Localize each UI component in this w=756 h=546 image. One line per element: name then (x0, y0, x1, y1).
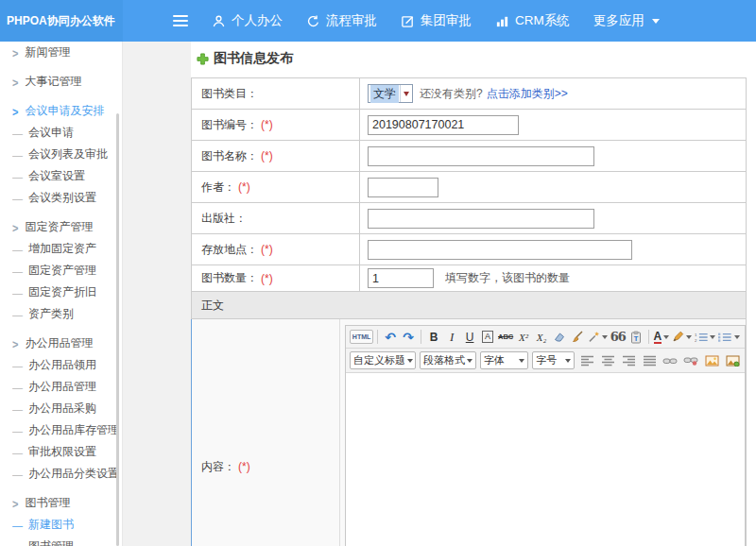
italic-button[interactable]: I (443, 328, 460, 346)
align-justify-button[interactable] (641, 351, 658, 369)
sidebar-item-add-asset[interactable]: —增加固定资产 (12, 238, 122, 260)
align-left-button[interactable] (578, 351, 595, 369)
blockquote-button[interactable]: 66 (610, 328, 627, 346)
sidebar-item-meeting-category[interactable]: —会议类别设置 (12, 187, 122, 209)
chevron-right-icon: > (12, 336, 18, 350)
sidebar-scrollbar-thumb[interactable] (116, 113, 119, 546)
auto-typeset-button[interactable] (587, 328, 609, 346)
align-right-icon (622, 355, 636, 367)
sidebar-item-meeting-room[interactable]: —会议室设置 (12, 165, 122, 187)
strikethrough-button[interactable]: ABC (497, 328, 514, 346)
workflow-icon (306, 14, 320, 28)
menu-toggle-icon[interactable] (173, 15, 188, 26)
bold-button[interactable]: B (425, 328, 442, 346)
chevron-right-icon: > (12, 104, 18, 117)
sidebar-item-meeting-list[interactable]: —会议列表及审批 (12, 144, 122, 165)
html-source-button[interactable]: HTML (350, 330, 373, 344)
book-name-input[interactable] (368, 146, 594, 166)
form-row-quantity: 图书数量：(*) 填写数字，该图书的数量 (191, 265, 746, 292)
nav-item-more-apps[interactable]: 更多应用 (593, 12, 660, 29)
eraser-icon (553, 331, 566, 343)
nav-item-workflow-approval[interactable]: 流程审批 (306, 12, 377, 29)
subscript-button[interactable]: X₂ (533, 328, 550, 346)
nav-item-personal-office[interactable]: 个人办公 (212, 12, 283, 29)
ordered-list-button[interactable]: 12 (694, 328, 717, 346)
paste-as-text-button[interactable]: T (627, 328, 644, 346)
highlight-pen-button[interactable] (671, 328, 693, 346)
field-label: 出版社： (201, 211, 247, 227)
field-label: 图书名称： (201, 148, 258, 164)
align-right-button[interactable] (620, 351, 637, 369)
page-title-bar: 图书信息发布 (197, 50, 293, 67)
sidebar: >新闻管理 >大事记管理 >会议申请及安排 —会议申请 —会议列表及审批 —会议… (0, 42, 123, 546)
sidebar-item-asset-depreciation[interactable]: —固定资产折旧 (12, 282, 122, 303)
eraser-button[interactable] (551, 328, 568, 346)
sidebar-item-supplies-claim[interactable]: —办公用品领用 (12, 354, 122, 376)
required-mark: (*) (261, 243, 273, 256)
align-justify-icon (643, 355, 657, 367)
top-navbar: PHPOA协同办公软件 个人办公 流程审批 集团审批 CRM系统 更多应用 (0, 0, 756, 42)
redo-button[interactable]: ↷ (400, 328, 417, 346)
sidebar-item-asset-manage[interactable]: —固定资产管理 (12, 260, 122, 282)
sidebar-item-asset-category[interactable]: —资产类别 (12, 303, 122, 325)
font-color-button[interactable]: A (653, 328, 670, 346)
form-row-location: 存放地点：(*) (191, 234, 746, 265)
sidebar-item-meeting-apply[interactable]: —会议申请 (12, 122, 122, 144)
author-input[interactable] (368, 178, 438, 197)
category-selected-value: 文学 (370, 85, 399, 103)
sidebar-item-supplies-manage[interactable]: —办公用品管理 (12, 376, 122, 398)
select-arrow-icon (400, 85, 412, 102)
brush-icon (572, 331, 584, 343)
custom-heading-dropdown[interactable]: 自定义标题 (350, 351, 416, 369)
category-select[interactable]: 文学 (368, 84, 413, 103)
nav-item-crm-system[interactable]: CRM系统 (495, 12, 570, 29)
ordered-list-icon: 12 (695, 332, 709, 343)
insert-media-button[interactable] (724, 351, 741, 369)
sidebar-item-supplies-purchase[interactable]: —办公用品采购 (12, 398, 122, 419)
nav-item-label: 个人办公 (232, 12, 283, 29)
sidebar-group-memorabilia[interactable]: >大事记管理 (12, 71, 122, 93)
required-mark: (*) (261, 272, 273, 285)
add-category-link[interactable]: 点击添加类别>> (487, 86, 568, 102)
app-logo[interactable]: PHPOA协同办公软件 (0, 0, 123, 42)
chevron-down-icon (663, 335, 669, 339)
editor-content-area[interactable] (346, 373, 745, 546)
sidebar-item-supplies-category[interactable]: —办公用品分类设置 (12, 463, 122, 485)
magic-wand-icon (588, 331, 600, 343)
quantity-input[interactable] (368, 268, 434, 288)
superscript-button[interactable]: X² (515, 328, 532, 346)
chevron-down-icon (710, 335, 715, 339)
sidebar-group-books[interactable]: >图书管理 (12, 492, 122, 514)
sidebar-group-fixed-assets[interactable]: >固定资产管理 (12, 216, 122, 238)
highlighter-icon (672, 331, 684, 343)
sidebar-group-office-supplies[interactable]: >办公用品管理 (12, 333, 122, 354)
font-style-button[interactable]: A (479, 328, 496, 346)
book-code-input[interactable] (368, 115, 519, 135)
underline-button[interactable]: U (461, 328, 478, 346)
paragraph-format-dropdown[interactable]: 段落格式 (420, 351, 476, 369)
sidebar-item-book-manage[interactable]: —图书管理 (12, 536, 122, 546)
sidebar-item-supplies-stock[interactable]: —办公用品库存管理 (12, 419, 122, 441)
sidebar-group-meeting[interactable]: >会议申请及安排 (12, 100, 122, 122)
font-size-dropdown[interactable]: 字号 (532, 351, 575, 369)
insert-image-button[interactable] (703, 351, 720, 369)
page-title: 图书信息发布 (214, 50, 293, 67)
insert-link-button[interactable] (662, 351, 679, 369)
nav-item-group-approval[interactable]: 集团审批 (401, 12, 472, 29)
unordered-list-button[interactable] (717, 328, 741, 346)
nav-item-label: 集团审批 (421, 12, 472, 29)
sidebar-item-new-book[interactable]: —新建图书 (12, 514, 122, 536)
user-icon (212, 14, 226, 28)
nav-item-label: 更多应用 (593, 12, 644, 29)
publisher-input[interactable] (368, 209, 594, 229)
remove-link-button[interactable] (682, 351, 699, 369)
align-center-button[interactable] (599, 351, 616, 369)
sidebar-group-news[interactable]: >新闻管理 (12, 42, 122, 63)
font-family-dropdown[interactable]: 字体 (480, 351, 528, 369)
location-input[interactable] (368, 240, 632, 260)
chevron-down-icon (467, 359, 472, 363)
sidebar-item-approval-permission[interactable]: —审批权限设置 (12, 441, 122, 463)
unlink-icon (683, 355, 698, 366)
undo-button[interactable]: ↶ (382, 328, 399, 346)
format-brush-button[interactable] (569, 328, 586, 346)
